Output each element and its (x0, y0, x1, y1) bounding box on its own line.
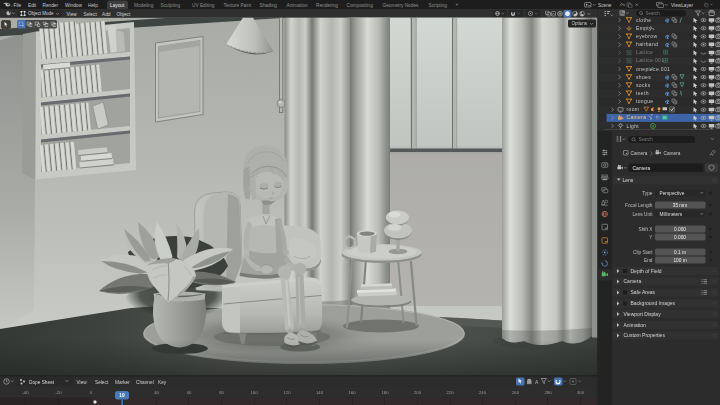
svg-text:Safe Areas: Safe Areas (631, 289, 656, 295)
svg-text:160: 160 (348, 390, 356, 395)
svg-text:tongue: tongue (636, 98, 653, 104)
svg-text:80: 80 (219, 390, 224, 395)
svg-text:hairband: hairband (636, 41, 658, 47)
svg-text:Clip Start: Clip Start (633, 250, 653, 255)
svg-text:Empty: Empty (636, 25, 652, 31)
svg-text:Depth of Field: Depth of Field (631, 268, 662, 274)
svg-text:shoes: shoes (636, 74, 651, 80)
svg-text:Search: Search (646, 11, 661, 16)
svg-text:Marker: Marker (115, 380, 130, 385)
svg-text:100 m: 100 m (673, 258, 686, 263)
svg-text:Background Images: Background Images (631, 300, 676, 306)
svg-text:140: 140 (316, 390, 324, 395)
svg-text:19: 19 (119, 393, 125, 398)
svg-text:Type: Type (642, 191, 653, 196)
svg-text:280: 280 (544, 390, 552, 395)
svg-text:Light: Light (627, 123, 640, 129)
svg-text:Custom Properties: Custom Properties (624, 332, 666, 338)
svg-text:Search: Search (639, 137, 654, 142)
svg-text:Camera: Camera (631, 151, 648, 156)
svg-text:40: 40 (154, 390, 159, 395)
svg-text:eyebrow: eyebrow (636, 33, 657, 39)
svg-text:Viewport Display: Viewport Display (624, 311, 662, 317)
svg-text:Camera: Camera (633, 165, 651, 171)
svg-text:Camera: Camera (664, 151, 681, 156)
svg-text:180: 180 (381, 390, 389, 395)
svg-text:room: room (627, 106, 640, 112)
svg-text:Camera: Camera (624, 278, 642, 284)
svg-text:260: 260 (512, 390, 520, 395)
svg-text:Channel: Channel (136, 380, 154, 385)
svg-text:clothe: clothe (636, 17, 651, 23)
svg-text:0.000: 0.000 (674, 227, 686, 232)
svg-text:Select: Select (95, 380, 109, 385)
svg-text:35 mm: 35 mm (673, 203, 688, 208)
svg-text:300: 300 (577, 390, 585, 395)
svg-text:Lattice.001: Lattice.001 (636, 57, 664, 63)
svg-text:Lens: Lens (623, 177, 634, 183)
svg-text:Lens Unit: Lens Unit (632, 212, 653, 217)
svg-text:Focal Length: Focal Length (625, 203, 653, 208)
svg-text:teeth: teeth (636, 90, 649, 96)
svg-text:220: 220 (446, 390, 454, 395)
svg-text:onepiece.001: onepiece.001 (636, 66, 670, 72)
svg-text:Millimeters: Millimeters (660, 212, 683, 217)
svg-text:0.000: 0.000 (674, 235, 686, 240)
svg-text:240: 240 (479, 390, 487, 395)
svg-text:60: 60 (187, 390, 192, 395)
svg-text:200: 200 (414, 390, 422, 395)
svg-text:Camera: Camera (627, 114, 647, 120)
svg-text:Lattice: Lattice (636, 49, 653, 55)
svg-text:Dope Sheet: Dope Sheet (29, 380, 55, 385)
svg-text:Key: Key (158, 380, 167, 385)
svg-text:-40: -40 (22, 390, 29, 395)
svg-text:End: End (644, 258, 653, 263)
svg-text:120: 120 (283, 390, 291, 395)
svg-text:View: View (77, 380, 88, 385)
svg-text:100: 100 (250, 390, 258, 395)
svg-text:0.1 m: 0.1 m (674, 250, 686, 255)
svg-text:Perspective: Perspective (660, 191, 685, 196)
svg-text:Animation: Animation (624, 322, 646, 328)
svg-text:Shift X: Shift X (639, 227, 654, 232)
svg-text:-20: -20 (55, 390, 62, 395)
svg-text:socks: socks (636, 82, 651, 88)
